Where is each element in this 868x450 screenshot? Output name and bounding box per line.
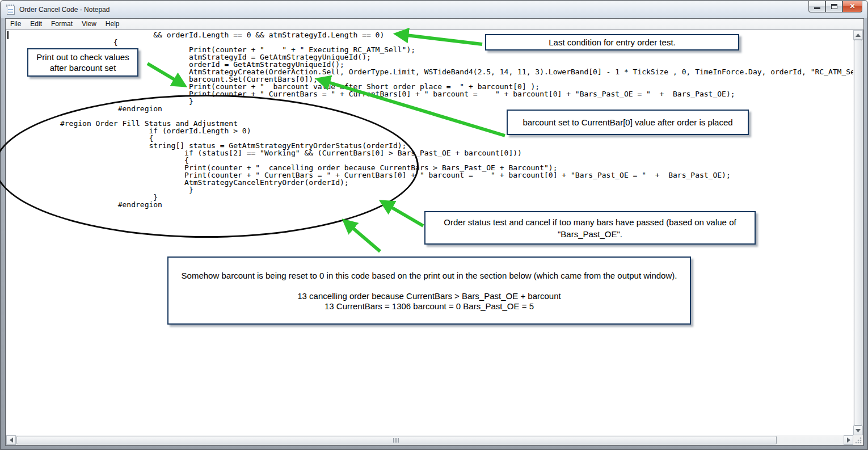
menu-help[interactable]: Help (101, 19, 124, 30)
horizontal-scrollbar[interactable] (6, 435, 853, 445)
arrow-down-icon (856, 429, 861, 432)
menu-format[interactable]: Format (47, 19, 77, 30)
menu-edit[interactable]: Edit (26, 19, 47, 30)
minimize-icon (814, 7, 820, 9)
scroll-up-button[interactable] (853, 30, 863, 40)
callout-order-status: Order status test and cancel if too many… (424, 211, 756, 245)
arrow-up-icon (856, 33, 861, 37)
resize-grip[interactable] (855, 437, 862, 444)
title-bar[interactable]: Order Cancel Code - Notepad ✕ (1, 1, 867, 18)
horizontal-scroll-thumb[interactable] (16, 436, 777, 444)
scroll-down-button[interactable] (853, 426, 863, 435)
minimize-button[interactable] (808, 1, 825, 12)
callout-print-out: Print out to check values after barcount… (27, 48, 138, 77)
vertical-scroll-thumb[interactable] (854, 40, 862, 426)
scrollbar-corner (853, 435, 863, 445)
close-icon: ✕ (843, 2, 862, 10)
vertical-scrollbar[interactable] (853, 30, 863, 435)
menu-view[interactable]: View (77, 19, 101, 30)
restore-icon (831, 4, 837, 9)
window-title: Order Cancel Code - Notepad (19, 6, 109, 14)
menu-file[interactable]: File (6, 19, 26, 30)
scroll-right-button[interactable] (844, 435, 853, 445)
maximize-button[interactable] (825, 1, 842, 12)
scroll-left-button[interactable] (6, 435, 16, 445)
arrow-right-icon (847, 438, 850, 443)
text-caret (7, 31, 9, 39)
callout-summary: Somehow barcount is being reset to 0 in … (167, 256, 691, 325)
menu-bar: File Edit Format View Help (6, 19, 863, 30)
arrow-left-icon (10, 438, 13, 443)
callout-barcount-set: barcount set to CurrentBar[0] value afte… (507, 110, 749, 135)
callout-last-condition: Last condition for entry order test. (485, 34, 739, 51)
close-button[interactable]: ✕ (842, 1, 862, 12)
notepad-icon (6, 5, 16, 15)
scroll-grip-icon (393, 438, 400, 443)
